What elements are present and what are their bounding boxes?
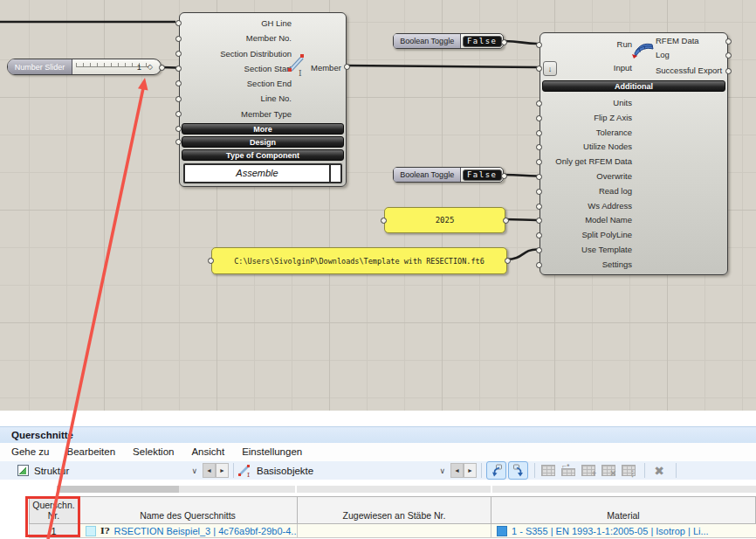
scrollbar-thumb[interactable] [57,486,179,493]
table-dots-icon: ⋮ [622,465,636,476]
struktur-combo[interactable]: Struktur ∨ [17,465,203,476]
cell-assigned[interactable] [297,524,491,538]
input-socket[interactable] [536,247,542,253]
input-label: Overwrite [540,169,632,184]
output-socket[interactable] [501,39,507,45]
strip-divider [295,486,297,493]
input-socket[interactable] [175,51,182,57]
panel-year[interactable]: 2025 [384,207,505,233]
input-label: Section End [180,76,292,91]
input-socket[interactable] [536,174,542,180]
input-socket[interactable] [536,204,542,210]
input-socket[interactable] [175,96,182,102]
number-slider-label: Number Slider [8,59,72,74]
next-button[interactable]: ► [216,463,229,478]
menu-ansicht[interactable]: Ansicht [182,443,233,461]
panel-path-value: C:\Users\SivolginP\Downloads\Template wi… [234,257,485,266]
chevron-down-icon[interactable]: ∨ [439,466,450,475]
input-socket[interactable] [536,66,542,72]
input-label: Run [540,39,632,49]
rfem-additional-labels: Units Flip Z Axis Tolerance Utilize Node… [540,96,632,273]
basisobjekte-combo[interactable]: I Basisobjekte ∨ [238,464,450,477]
prev-button[interactable]: ◄ [203,463,216,478]
number-slider[interactable]: Number Slider 1 ◇ [7,59,162,75]
window-title-bar: Querschnitte [0,426,756,443]
header-label: Name des Querschnitts [140,510,236,521]
input-socket[interactable] [381,218,387,224]
grasshopper-canvas[interactable]: Number Slider 1 ◇ GH Line Member No. Sec… [0,0,756,411]
wire [505,219,537,220]
input-socket[interactable] [175,126,182,132]
table-row-button[interactable]: ⌐• [560,463,577,479]
output-socket[interactable] [725,38,732,45]
toolbar: Struktur ∨ ◄ ► I Basisobjekte ∨ ◄ ► [0,461,756,480]
output-socket[interactable] [159,65,165,71]
cell-material[interactable]: 1 - S355 | EN 1993-1-1:2005-05 | Isotrop… [491,524,756,538]
number-slider-track[interactable]: 1 ◇ [72,59,161,74]
sync-to-graphic-button[interactable] [508,461,528,480]
boolean-toggle-1[interactable]: Boolean Toggle False [393,33,504,49]
input-socket[interactable] [536,100,542,107]
more-bar[interactable]: More [182,123,344,135]
table-dots-button[interactable]: ⋮ [620,463,637,479]
output-socket[interactable] [725,52,732,59]
cell-name[interactable]: I? RSECTION Beispiel_3 | 4c76a9bf-29b0-4… [79,524,297,538]
horizontal-scrollbar[interactable] [57,486,756,493]
next-button[interactable]: ► [464,463,477,478]
table-view-button[interactable] [540,463,557,479]
output-socket[interactable] [344,64,350,70]
input-label: Read log [540,184,632,199]
input-label: Member Type [180,107,292,121]
output-socket[interactable] [503,218,509,224]
input-socket[interactable] [175,36,182,42]
material-link[interactable]: 1 - S355 | EN 1993-1-1:2005-05 | Isotrop… [512,526,709,536]
toolbar-separator [644,463,645,478]
boolean-toggle-value[interactable]: False [463,36,502,47]
output-label: RFEM Data [656,36,699,45]
input-socket[interactable] [536,189,542,195]
prev-button[interactable]: ◄ [450,463,464,478]
wire [505,175,537,176]
section-name-link[interactable]: RSECTION Beispiel_3 | 4c76a9bf-29b0-4... [114,526,297,536]
panel-template-path[interactable]: C:\Users\SivolginP\Downloads\Template wi… [211,247,507,274]
input-socket[interactable] [175,111,182,117]
slider-handle[interactable]: ◇ [148,63,153,71]
delete-button[interactable]: ✖ [649,463,669,479]
boolean-toggle-value[interactable]: False [463,169,502,181]
input-socket[interactable] [208,258,214,264]
input-socket[interactable] [536,115,542,121]
type-of-component-bar[interactable]: Type of Component [182,149,344,161]
output-socket[interactable] [505,258,511,264]
table-add-button[interactable]: + [580,463,597,479]
assemble-label: Assemble [185,165,329,182]
input-socket[interactable] [175,139,182,145]
rfem-export-component[interactable]: Run Input ↓ RFEM Data Log Successful Exp… [540,32,728,275]
member-component[interactable]: GH Line Member No. Section Distribution … [179,12,347,187]
input-label: Section Distribution [180,46,292,61]
menu-bearbeiten[interactable]: Bearbeiten [58,443,124,461]
input-label: Settings [540,258,632,273]
wire [347,66,537,67]
design-bar[interactable]: Design [182,136,344,148]
table-cross-button[interactable]: ✕ [600,463,617,479]
sync-from-graphic-button[interactable] [486,461,506,480]
output-socket[interactable] [725,68,732,74]
assemble-button[interactable]: Assemble [183,163,342,183]
chevron-down-icon[interactable]: ∨ [191,466,203,475]
output-label: Successful Export [656,66,722,75]
input-socket[interactable] [536,42,542,48]
menu-bar: Gehe zu Bearbeiten Selektion Ansicht Ein… [0,443,756,461]
strip-divider [491,486,492,493]
member-icon: I [238,464,251,477]
expand-input-button[interactable]: ↓ [543,61,557,76]
input-socket[interactable] [536,130,542,136]
header-label: Material [607,510,639,521]
boolean-toggle-2[interactable]: Boolean Toggle False [393,167,504,183]
input-socket[interactable] [536,262,542,268]
menu-gehe-zu[interactable]: Gehe zu [3,443,58,461]
menu-selektion[interactable]: Selektion [124,443,182,461]
section-type-icon: I? [100,526,110,536]
menu-einstellungen[interactable]: Einstellungen [233,443,311,461]
additional-bar[interactable]: Additional [542,80,725,92]
output-socket[interactable] [501,173,507,179]
